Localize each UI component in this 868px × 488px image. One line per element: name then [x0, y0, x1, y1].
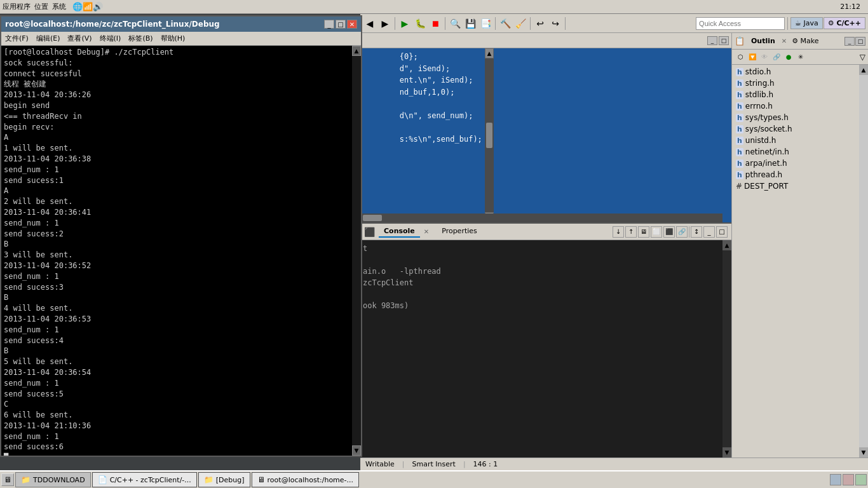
outline-toolbar-btn-4[interactable]: 🔗 [771, 51, 782, 63]
terminal-controls[interactable]: _ □ ✕ [324, 20, 357, 29]
outline-toolbar-btn-2[interactable]: 🔽 [747, 51, 758, 63]
console-panel: ⬛ Console ✕ Properties ↓ ↑ 🖥 ⬜ ⬛ 🔗 ↕ [360, 224, 731, 458]
status-bar: Writable | Smart Insert | 146 : 1 [360, 458, 868, 470]
taskbar-item-tddownload[interactable]: 📁 TDDOWNLOAD [15, 472, 91, 487]
code-hscrollbar[interactable] [360, 214, 722, 222]
outline-minimize-btn[interactable]: _ [844, 37, 855, 46]
console-toolbar-btn-5[interactable]: ⬛ [663, 226, 675, 238]
outline-item-label: errno.h [745, 102, 773, 111]
make-tab[interactable]: ⚙ Make [792, 37, 818, 45]
terminal-menu-help[interactable]: 帮助(H) [159, 34, 187, 43]
taskbar-item-terminal[interactable]: 🖥 root@localhost:/home-... [252, 472, 360, 487]
terminal-minimize-btn[interactable]: _ [324, 20, 334, 29]
status-position: 146 : 1 [473, 460, 498, 468]
console-toolbar-btn-1[interactable]: ↓ [613, 226, 624, 238]
terminal-menu-file[interactable]: 文件(F) [4, 34, 30, 43]
terminal-menubar: 文件(F) 编辑(E) 查看(V) 终端(I) 标签(B) 帮助(H) [1, 32, 361, 46]
perspective-buttons: ☕ Java ⚙ C/C++ [790, 17, 865, 29]
console-toolbar-btn-3[interactable]: 🖥 [638, 226, 649, 238]
console-scrollbar[interactable]: ▲ ▼ [722, 240, 731, 458]
outline-item[interactable]: hnetinet/in.h [733, 146, 858, 158]
outline-toolbar-btn-6[interactable]: ✳ [795, 51, 806, 63]
terminal-titlebar: root@localhost:/home/zc/zcTcpClient_Linu… [1, 17, 361, 32]
code-maximize-btn[interactable]: □ [719, 36, 729, 45]
code-editor-panel: _ □ {0}; d", iSend); ent.\n", iSend); nd… [360, 33, 731, 224]
toolbar-search-btn[interactable]: 🔍 [448, 17, 462, 30]
outline-item[interactable]: hsys/socket.h [733, 123, 858, 135]
toolbar-sep-6 [787, 17, 788, 30]
status-sep2: | [463, 460, 466, 468]
terminal-maximize-btn[interactable]: □ [336, 20, 346, 29]
taskbar-item-debug[interactable]: 📁 [Debug] [198, 472, 250, 487]
console-tab[interactable]: Console [379, 226, 420, 238]
outline-item-label: netinet/in.h [745, 147, 789, 156]
console-output[interactable]: t ain.o -lpthread zcTcpClient ook 983ms) [360, 240, 722, 458]
console-toolbar-btn-6[interactable]: 🔗 [676, 226, 688, 238]
terminal-menu-tabs[interactable]: 标签(B) [127, 34, 154, 43]
terminal-scrollbar[interactable]: ▲ ▼ [352, 46, 361, 456]
outline-maximize-btn[interactable]: □ [855, 37, 865, 46]
code-editor-content-area: {0}; d", iSend); ent.\n", iSend); nd_buf… [360, 48, 731, 222]
outline-item[interactable]: harpa/inet.h [733, 158, 858, 169]
console-icon: ⬛ [364, 227, 375, 237]
toolbar-build-btn[interactable]: 🔨 [498, 17, 512, 30]
outline-scrollbar[interactable]: ▲ ▼ [859, 65, 868, 458]
outline-item[interactable]: hstdio.h [733, 66, 858, 78]
system-menu[interactable]: 系统 [52, 2, 66, 11]
terminal-menu-edit[interactable]: 编辑(E) [35, 34, 62, 43]
cpp-perspective-btn[interactable]: ⚙ C/C++ [824, 17, 865, 29]
toolbar-sep-2 [445, 17, 445, 30]
status-insert-mode: Smart Insert [412, 460, 456, 468]
code-minimize-btn[interactable]: _ [707, 36, 717, 45]
outline-items-list: hstdio.hhstring.hhstdlib.hherrno.hhsys/t… [732, 65, 859, 458]
taskbar-start[interactable]: 🖥 [1, 473, 14, 486]
console-sep [689, 226, 689, 238]
java-perspective-btn[interactable]: ☕ Java [790, 17, 823, 29]
toolbar-save-all-btn[interactable]: 📑 [478, 17, 492, 30]
terminal-content[interactable]: [root@localhost Debug]# ./zcTcpClient so… [1, 46, 352, 456]
console-toolbar-btn-4[interactable]: ⬜ [651, 226, 662, 238]
outline-tab[interactable]: Outlin [747, 36, 779, 46]
console-toolbar-btn-2[interactable]: ↑ [625, 226, 637, 238]
code-vscrollbar[interactable]: ▲ ▼ [485, 48, 494, 222]
terminal-close-btn[interactable]: ✕ [347, 20, 357, 29]
quick-access-input[interactable] [696, 17, 785, 30]
properties-tab[interactable]: Properties [437, 226, 482, 238]
outline-item[interactable]: hunistd.h [733, 135, 858, 146]
toolbar-undo-btn[interactable]: ↩ [533, 17, 547, 30]
taskbar-item-eclipse[interactable]: 📄 C/C++ - zcTcpClient/-... [92, 472, 197, 487]
toolbar-clean-btn[interactable]: 🧹 [513, 17, 527, 30]
terminal-output: [root@localhost Debug]# ./zcTcpClient so… [4, 47, 349, 456]
outline-toolbar-btn-1[interactable]: ⬡ [735, 51, 746, 63]
toolbar-stop-btn[interactable]: ⏹ [428, 17, 442, 30]
console-close-icon[interactable]: ✕ [424, 228, 429, 235]
outline-item[interactable]: hpthread.h [733, 169, 858, 180]
console-toolbar-btn-7[interactable]: ↕ [691, 226, 702, 238]
outline-close-btn[interactable]: ✕ [782, 37, 787, 44]
apps-menu[interactable]: 应用程序 [3, 2, 31, 11]
toolbar-debug-btn[interactable]: 🐛 [413, 17, 427, 30]
eclipse-main: ◀ ▶ ▶ 🐛 ⏹ 🔍 💾 📑 🔨 🧹 ↩ ↪ ☕ Java ⚙ C/C++ [360, 14, 868, 470]
position-menu[interactable]: 位置 [34, 2, 48, 11]
toolbar-back-btn[interactable]: ◀ [363, 17, 377, 30]
outline-item[interactable]: #DEST_PORT [733, 180, 858, 192]
outline-toolbar-btn-5[interactable]: ● [783, 51, 794, 63]
outline-toolbar-btn-3[interactable]: 👁 [759, 51, 770, 63]
taskbar-terminal-label: root@localhost:/home-... [268, 476, 354, 484]
outline-item[interactable]: herrno.h [733, 100, 858, 112]
toolbar-redo-btn[interactable]: ↪ [548, 17, 562, 30]
outline-item[interactable]: hstdlib.h [733, 89, 858, 100]
terminal-menu-view[interactable]: 查看(V) [66, 34, 93, 43]
toolbar-run-btn[interactable]: ▶ [398, 17, 412, 30]
outline-toolbar-menu-btn[interactable]: ▽ [860, 53, 865, 62]
console-maximize-btn[interactable]: □ [716, 226, 728, 238]
outline-item[interactable]: hsys/types.h [733, 112, 858, 123]
console-minimize-btn[interactable]: _ [703, 226, 715, 238]
code-panel-header: _ □ [360, 33, 731, 48]
outline-item[interactable]: hstring.h [733, 78, 858, 89]
terminal-menu-terminal[interactable]: 终端(I) [98, 34, 123, 43]
toolbar-save-btn[interactable]: 💾 [463, 17, 477, 30]
code-content[interactable]: {0}; d", iSend); ent.\n", iSend); nd_buf… [360, 48, 485, 222]
status-writable: Writable [365, 460, 395, 468]
toolbar-forward-btn[interactable]: ▶ [378, 17, 392, 30]
